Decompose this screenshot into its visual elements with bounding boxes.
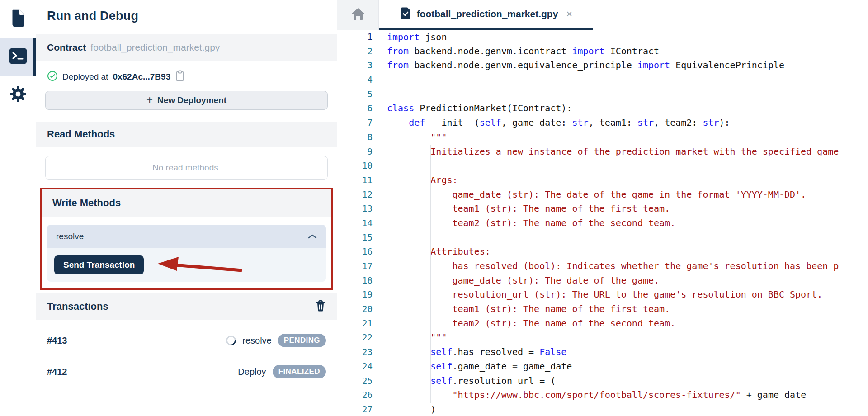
code-text: self.resolution_url = ( [382,374,868,388]
line-number: 11 [337,173,373,188]
code-text: game_date (str): The date of the game. [382,274,868,288]
transaction-row[interactable]: #412 Deploy FINALIZED [47,361,326,382]
code-line[interactable]: 5 [337,87,868,102]
line-number: 23 [337,345,373,359]
code-line[interactable]: 22 """ [337,331,868,345]
editor-tab-bar: football_prediction_market.gpy × [337,0,868,30]
code-text: Attributes: [382,245,868,259]
rail-item-settings[interactable] [0,76,36,114]
chevron-up-icon [308,232,317,241]
send-transaction-button[interactable]: Send Transaction [54,255,144,274]
line-number: 18 [337,274,373,288]
code-text: import json [382,30,868,44]
code-line[interactable]: 26 "https://www.bbc.com/sport/football/s… [337,388,868,402]
deployment-status: Deployed at 0x62Ac...7B93 [47,70,326,84]
code-line[interactable]: 13 team1 (str): The name of the first te… [337,202,868,216]
code-text [382,159,868,173]
code-line[interactable]: 27 ) [337,402,868,416]
code-line[interactable]: 15 [337,231,868,245]
transaction-method: resolve [242,336,271,346]
status-badge: PENDING [278,334,326,347]
code-text: game_date (str): The date of the game in… [382,188,868,202]
line-number: 27 [337,402,373,416]
code-line[interactable]: 1import json [337,30,868,44]
code-line[interactable]: 17 has_resolved (bool): Indicates whethe… [337,259,868,274]
home-button[interactable] [337,0,379,30]
method-accordion: resolve Send Transaction [47,225,326,282]
read-methods-title: Read Methods [47,128,115,140]
file-icon [10,9,26,29]
code-line[interactable]: 14 team2 (str): The name of the second t… [337,216,868,231]
code-text: Args: [382,173,868,188]
transaction-id: #413 [47,336,67,346]
contract-label: Contract [47,42,86,53]
line-number: 7 [337,116,373,130]
app-window: Run and Debug Contract football_predicti… [0,0,868,416]
tab-football-prediction-market[interactable]: football_prediction_market.gpy × [379,0,593,30]
code-line[interactable]: 21 team2 (str): The name of the second t… [337,317,868,331]
code-line[interactable]: 2from backend.node.genvm.icontract impor… [337,44,868,59]
line-number: 24 [337,359,373,374]
method-body: Send Transaction [47,248,326,282]
code-line[interactable]: 11 Args: [337,173,868,188]
code-line[interactable]: 23 self.has_resolved = False [337,345,868,359]
line-number: 25 [337,374,373,388]
no-read-methods-text: No read methods. [152,163,221,173]
code-line[interactable]: 12 game_date (str): The date of the game… [337,188,868,202]
new-deployment-label: New Deployment [157,95,226,105]
code-line[interactable]: 20 team1 (str): The name of the first te… [337,302,868,317]
line-number: 13 [337,202,373,216]
copy-icon[interactable] [175,70,185,84]
code-line[interactable]: 19 resolution_url (str): The URL to the … [337,288,868,302]
line-number: 26 [337,388,373,402]
line-number: 5 [337,87,373,102]
trash-icon[interactable] [315,300,326,314]
plus-icon: + [146,94,153,106]
transaction-id: #412 [47,367,67,377]
transactions-title: Transactions [47,301,108,312]
code-text: resolution_url (str): The URL to the gam… [382,288,868,302]
close-icon[interactable]: × [566,9,572,19]
rail-item-files[interactable] [0,0,36,38]
line-number: 20 [337,302,373,317]
code-text: from backend.node.genvm.icontract import… [382,44,868,59]
line-number: 1 [337,30,373,44]
line-number: 21 [337,317,373,331]
transaction-method: Deploy [238,367,266,377]
transactions-header: Transactions [36,293,337,320]
code-text [382,87,868,102]
new-deployment-button[interactable]: + New Deployment [45,91,328,110]
code-line[interactable]: 25 self.resolution_url = ( [337,374,868,388]
code-line[interactable]: 18 game_date (str): The date of the game… [337,274,868,288]
run-debug-panel: Run and Debug Contract football_predicti… [36,0,337,416]
write-methods-header: Write Methods [42,189,331,217]
code-line[interactable]: 9 Initializes a new instance of the pred… [337,145,868,159]
code-editor-pane: football_prediction_market.gpy × 1import… [337,0,868,416]
read-methods-header: Read Methods [36,122,337,147]
code-text: team1 (str): The name of the first team. [382,302,868,317]
write-methods-title: Write Methods [52,197,121,209]
code-line[interactable]: 24 self.game_date = game_date [337,359,868,374]
rail-item-terminal[interactable] [0,38,36,76]
terminal-icon [9,47,28,66]
code-text: from backend.node.genvm.equivalence_prin… [382,58,868,73]
contract-filename: football_prediction_market.gpy [90,42,220,53]
code-text: team1 (str): The name of the first team. [382,202,868,216]
code-line[interactable]: 3from backend.node.genvm.equivalence_pri… [337,58,868,73]
code-line[interactable]: 4 [337,73,868,87]
method-resolve-toggle[interactable]: resolve [47,225,326,248]
line-number: 12 [337,188,373,202]
line-number: 19 [337,288,373,302]
line-number: 22 [337,331,373,345]
transaction-row[interactable]: #413 resolve PENDING [47,330,326,351]
code-line[interactable]: 7 def __init__(self, game_date: str, tea… [337,116,868,130]
contract-address: 0x62Ac...7B93 [113,72,170,82]
code-text: self.game_date = game_date [382,359,868,374]
code-line[interactable]: 10 [337,159,868,173]
code-area[interactable]: 1import json2from backend.node.genvm.ico… [337,30,868,416]
line-number: 14 [337,216,373,231]
line-number: 16 [337,245,373,259]
code-line[interactable]: 16 Attributes: [337,245,868,259]
code-line[interactable]: 8 """ [337,130,868,145]
code-line[interactable]: 6class PredictionMarket(IContract): [337,101,868,116]
